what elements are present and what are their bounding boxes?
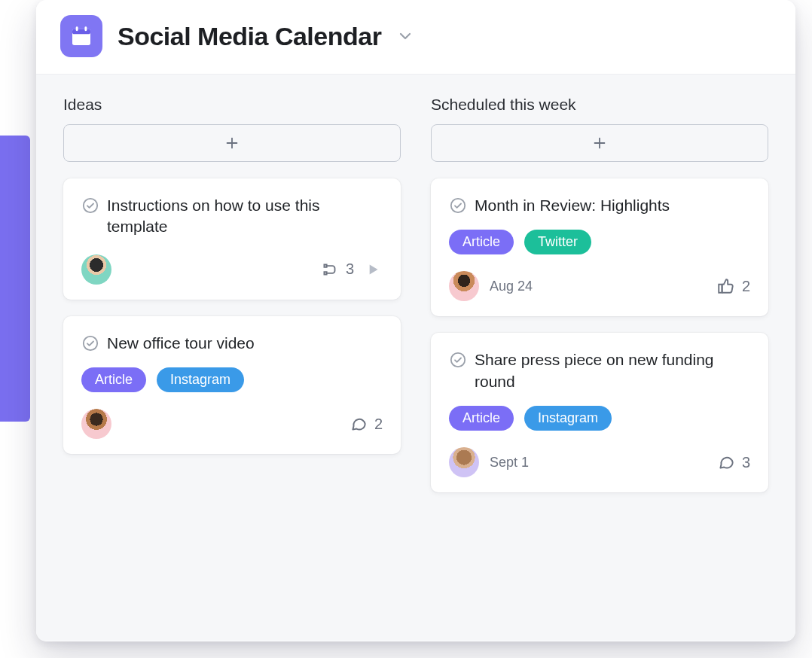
card-meta[interactable]: 2 [716, 276, 750, 296]
meta-count: 3 [346, 260, 354, 278]
plus-icon [224, 135, 240, 151]
card-title: Month in Review: Highlights [475, 195, 670, 216]
card-title: Instructions on how to use this template [107, 195, 383, 238]
card-head: Share press piece on new funding round [449, 349, 750, 392]
check-circle-icon[interactable] [81, 196, 99, 215]
task-card[interactable]: Share press piece on new funding roundAr… [431, 333, 768, 492]
board-menu-dropdown[interactable] [396, 27, 414, 45]
card-meta[interactable]: 3 [320, 260, 383, 279]
svg-rect-1 [72, 29, 90, 35]
card-footer: Aug 242 [449, 271, 750, 301]
check-circle-icon[interactable] [449, 351, 467, 369]
assignee-avatar[interactable] [449, 447, 479, 477]
card-tags: ArticleInstagram [81, 367, 383, 392]
assignee-avatar[interactable] [81, 254, 111, 285]
card-footer: 3 [81, 254, 383, 285]
card-date: Sept 1 [490, 455, 529, 471]
card-meta[interactable]: 2 [349, 414, 383, 434]
column-title: Scheduled this week [431, 96, 768, 114]
tag[interactable]: Instagram [524, 406, 612, 431]
svg-rect-3 [84, 26, 87, 31]
add-card-button[interactable] [63, 124, 401, 162]
tag[interactable]: Article [449, 406, 514, 431]
board-column: Scheduled this weekMonth in Review: High… [431, 96, 768, 509]
column-title: Ideas [63, 96, 401, 114]
tag[interactable]: Twitter [524, 230, 591, 254]
board-column: IdeasInstructions on how to use this tem… [63, 96, 401, 509]
meta-count: 2 [374, 416, 383, 433]
board-panel: Social Media Calendar IdeasInstructions … [36, 0, 795, 641]
card-footer: 2 [81, 409, 383, 439]
board-body: IdeasInstructions on how to use this tem… [36, 75, 795, 641]
board-title: Social Media Calendar [118, 22, 381, 51]
like-icon [716, 276, 736, 296]
card-title: Share press piece on new funding round [475, 349, 750, 392]
board-header: Social Media Calendar [36, 0, 795, 75]
chevron-down-icon [396, 27, 414, 45]
add-card-button[interactable] [431, 124, 768, 162]
card-head: Instructions on how to use this template [81, 195, 383, 238]
plus-icon [591, 135, 608, 151]
comment-icon [349, 414, 368, 434]
assignee-avatar[interactable] [81, 409, 111, 439]
task-card[interactable]: New office tour videoArticleInstagram2 [63, 316, 401, 454]
card-tags: ArticleTwitter [449, 230, 750, 254]
task-card[interactable]: Instructions on how to use this template… [63, 178, 401, 300]
tag[interactable]: Instagram [157, 367, 244, 392]
card-head: Month in Review: Highlights [449, 195, 750, 216]
comment-icon [716, 452, 736, 472]
task-card[interactable]: Month in Review: HighlightsArticleTwitte… [431, 178, 768, 316]
card-title: New office tour video [107, 333, 255, 354]
card-head: New office tour video [81, 333, 383, 354]
meta-count: 3 [742, 454, 750, 471]
card-tags: ArticleInstagram [449, 406, 750, 431]
meta-count: 2 [742, 278, 750, 295]
tag[interactable]: Article [81, 367, 146, 392]
calendar-app-icon [60, 15, 102, 57]
play-icon [363, 260, 383, 279]
svg-rect-2 [76, 26, 78, 31]
card-footer: Sept 13 [449, 447, 750, 477]
background-accent [0, 136, 30, 422]
subtask-icon [320, 260, 340, 279]
card-meta[interactable]: 3 [716, 452, 750, 472]
check-circle-icon[interactable] [81, 334, 99, 352]
card-date: Aug 24 [490, 279, 533, 294]
check-circle-icon[interactable] [449, 196, 467, 215]
assignee-avatar[interactable] [449, 271, 479, 301]
tag[interactable]: Article [449, 230, 514, 254]
